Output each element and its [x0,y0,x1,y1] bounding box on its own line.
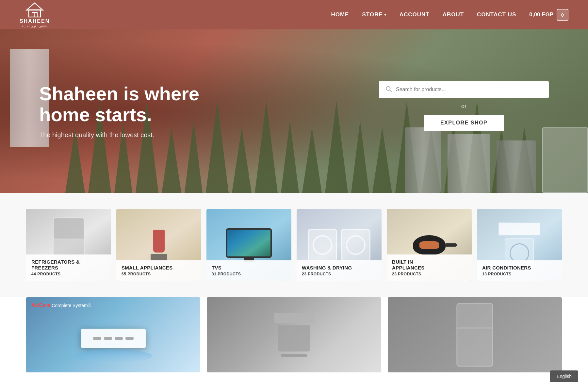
ac-airflow [74,350,153,363]
hood-body [278,325,310,351]
hero-search-area: or EXPLORE SHOP [379,81,549,131]
ac-outdoor-inner [510,243,529,263]
ac-vent-2 [104,337,112,340]
language-button[interactable]: English [550,370,578,382]
cat-label-refrigerators: REFRIGERATORS &FREEZERS 44 PRODUCTS [26,254,111,281]
category-card-aircond[interactable]: AIR CONDITIONERS 13 PRODUCTS [477,209,562,281]
aircare-brand-text: AirCare [31,302,50,308]
ac-indoor-unit [498,222,541,236]
nav-contact-us[interactable]: CONTACT US [477,11,516,18]
nav-about[interactable]: ABOUT [443,11,464,18]
svg-line-5 [390,90,391,91]
featured-section: AirCare Complete System® [0,297,588,392]
cat-count-washing: 23 PRODUCTS [302,272,376,276]
nav-account[interactable]: ACCOUNT [400,11,430,18]
hood-base [281,354,307,357]
hood-top [274,313,314,323]
cat-name-tvs: TVS [212,265,286,271]
cart-count: 0 [561,12,564,18]
ac-vent-3 [115,337,123,340]
hero-section: Shaheen is where home starts. The highes… [0,29,588,193]
chevron-down-icon: ▾ [384,12,386,17]
washer-shape-1 [308,229,337,261]
search-icon [385,86,392,94]
category-card-refrigerators[interactable]: REFRIGERATORS &FREEZERS 44 PRODUCTS [26,209,111,281]
hood-decoration [207,297,381,372]
tree-9 [255,101,278,193]
main-nav: HOME STORE ▾ ACCOUNT ABOUT CONTACT US 0,… [331,9,568,21]
cat-label-tvs: TVS 31 PRODUCTS [206,260,291,281]
cat-label-builtin: BUILT INAPPLIANCES 23 PRODUCTS [387,254,472,281]
refrigerator-decoration [388,297,562,372]
category-card-small-appliances[interactable]: SMALL APPLIANCES 65 PRODUCTS [116,209,201,281]
category-card-tvs[interactable]: TVS 31 PRODUCTS [206,209,291,281]
cat-count-builtin: 23 PRODUCTS [392,272,466,276]
hero-content: Shaheen is where home starts. The highes… [0,83,229,139]
tree-13 [351,121,369,193]
hero-subtitle: The highest quality with the lowest cost… [39,131,229,139]
cat-count-small-appliances: 65 PRODUCTS [122,272,196,276]
cart-button[interactable]: 0 [557,9,568,21]
logo-subtitle: شاهين لقهر الحبيبة [22,24,47,28]
categories-section: REFRIGERATORS &FREEZERS 44 PRODUCTS SMAL… [0,193,588,297]
ac-vent-4 [125,337,134,340]
ac-vent-1 [93,337,101,340]
category-card-washing[interactable]: WASHING & DRYING 23 PRODUCTS [297,209,382,281]
cat-count-tvs: 31 PRODUCTS [212,272,286,276]
tree-8 [232,127,252,193]
ac-wall-unit [81,329,146,348]
cart-area[interactable]: 0,00 EGP 0 [529,9,568,21]
featured-card-hood[interactable] [207,297,381,372]
cat-label-washing: WASHING & DRYING 23 PRODUCTS [297,260,382,281]
cat-count-aircond: 13 PRODUCTS [482,272,557,276]
pan-handle [445,243,457,247]
cat-name-washing: WASHING & DRYING [302,265,376,271]
search-input[interactable] [396,87,542,92]
tree-10 [281,121,299,193]
nav-store-label: STORE [362,11,383,18]
search-bar[interactable] [379,81,549,98]
category-card-builtin[interactable]: BUILT INAPPLIANCES 23 PRODUCTS [387,209,472,281]
blender-decoration [151,230,167,260]
pan-food [419,241,439,249]
logo[interactable]: SHAHEEN شاهين لقهر الحبيبة [20,2,50,28]
tv-decoration [226,228,272,262]
hero-appliances-deco [405,127,588,193]
washer-decoration [308,229,370,261]
nav-store[interactable]: STORE ▾ [362,11,386,18]
cat-name-refrigerators: REFRIGERATORS &FREEZERS [31,259,106,271]
fridge-bottom-feat [457,329,492,366]
tree-12 [325,101,348,193]
svg-marker-0 [26,3,43,10]
hood-shape [274,313,314,357]
tree-14 [372,127,392,193]
hero-title: Shaheen is where home starts. [39,83,229,125]
pan-shape [413,235,446,255]
logo-text: SHAHEEN [20,18,50,24]
hero-or-text: or [461,103,466,110]
nav-home[interactable]: HOME [331,11,349,18]
fridge-shape-featured [456,303,493,367]
tree-11 [302,127,322,193]
ac-vents-group [93,337,134,340]
feat-aircare-label: AirCare Complete System® [31,302,91,308]
aircare-system-text: Complete System® [52,303,91,308]
explore-shop-button[interactable]: EXPLORE SHOP [424,115,504,131]
cat-name-builtin: BUILT INAPPLIANCES [392,259,466,271]
logo-icon [25,2,44,18]
washer-drum-1 [313,235,332,255]
washer-drum-2 [346,235,366,255]
cat-label-small-appliances: SMALL APPLIANCES 65 PRODUCTS [116,260,201,281]
tv-screen [227,230,270,256]
featured-card-aircare[interactable]: AirCare Complete System® [26,297,200,372]
aircare-ac-unit [74,329,153,363]
header: SHAHEEN شاهين لقهر الحبيبة HOME STORE ▾ … [0,0,588,29]
categories-grid: REFRIGERATORS &FREEZERS 44 PRODUCTS SMAL… [26,209,562,281]
featured-card-refrigerator[interactable] [388,297,562,372]
cat-name-small-appliances: SMALL APPLIANCES [122,265,196,271]
cat-name-aircond: AIR CONDITIONERS [482,265,557,271]
fridge-top-feat [457,304,492,329]
cat-count-refrigerators: 44 PRODUCTS [31,272,106,276]
tv-shape [226,228,272,258]
cart-price: 0,00 EGP [529,11,553,18]
